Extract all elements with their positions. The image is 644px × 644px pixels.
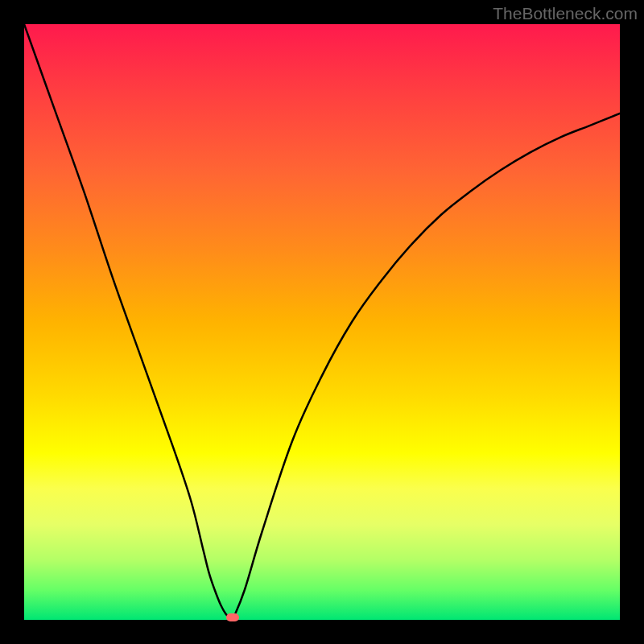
minimum-marker xyxy=(226,613,239,621)
plot-area xyxy=(24,24,620,620)
attribution-text: TheBottleneck.com xyxy=(493,4,638,23)
chart-container: TheBottleneck.com xyxy=(0,0,644,644)
bottleneck-curve xyxy=(24,24,620,620)
